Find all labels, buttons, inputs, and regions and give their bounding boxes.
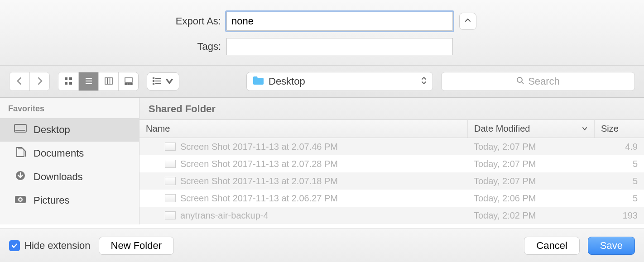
- svg-rect-7: [105, 78, 112, 84]
- svg-rect-19: [155, 83, 161, 84]
- svg-rect-16: [153, 80, 154, 82]
- view-icons-button[interactable]: [58, 72, 78, 91]
- nav-group: [9, 72, 50, 91]
- svg-rect-10: [125, 78, 132, 82]
- file-date: Today, 2:06 PM: [467, 193, 594, 204]
- collapse-button[interactable]: [459, 13, 476, 30]
- bottom-bar: Hide extension New Folder Cancel Save: [0, 229, 644, 262]
- svg-rect-0: [65, 77, 67, 80]
- sidebar-item-label: Desktop: [34, 124, 70, 136]
- search-icon: [516, 76, 524, 87]
- column-name[interactable]: Name: [139, 120, 467, 138]
- file-size: 5: [594, 159, 644, 169]
- sidebar-item-downloads[interactable]: Downloads: [0, 165, 139, 189]
- file-thumb-icon: [165, 143, 176, 151]
- file-thumb-icon: [165, 211, 176, 219]
- new-folder-button[interactable]: New Folder: [99, 237, 174, 255]
- chevron-up-icon: [464, 17, 471, 26]
- desktop-icon: [14, 123, 27, 137]
- downloads-icon: [14, 170, 27, 184]
- chevron-down-icon: [164, 76, 174, 87]
- file-name: Screen Shot 2017-11-13 at 2.07.18 PM: [180, 176, 338, 186]
- file-size: 5: [594, 193, 644, 204]
- search-placeholder: Search: [528, 76, 560, 87]
- svg-rect-23: [15, 130, 25, 131]
- documents-icon: [14, 147, 27, 160]
- folder-icon: [252, 76, 269, 87]
- location-label: Desktop: [269, 76, 305, 87]
- tags-input[interactable]: [226, 38, 453, 55]
- svg-rect-17: [155, 81, 161, 81]
- list-icon: [84, 76, 94, 87]
- file-thumb-icon: [165, 177, 176, 185]
- filename-input[interactable]: [226, 12, 453, 31]
- file-thumb-icon: [165, 160, 176, 168]
- location-dropdown[interactable]: Desktop: [246, 72, 433, 91]
- sidebar-item-label: Pictures: [34, 195, 69, 206]
- svg-rect-3: [69, 82, 72, 85]
- sidebar-item-desktop[interactable]: Desktop: [0, 118, 139, 142]
- sidebar-heading: Favorites: [0, 101, 139, 118]
- tags-label: Tags:: [0, 41, 226, 52]
- export-as-label: Export As:: [0, 15, 226, 27]
- file-thumb-icon: [165, 194, 176, 202]
- view-columns-button[interactable]: [98, 72, 118, 91]
- svg-point-20: [517, 77, 522, 82]
- arrange-icon: [152, 76, 162, 87]
- file-list: Screen Shot 2017-11-13 at 2.07.46 PM Tod…: [139, 138, 644, 224]
- view-list-button[interactable]: [78, 72, 98, 91]
- chevron-down-icon: [582, 124, 588, 134]
- svg-rect-12: [128, 83, 130, 85]
- view-gallery-button[interactable]: [118, 72, 138, 91]
- sidebar-item-label: Documents: [34, 148, 84, 159]
- sidebar-item-pictures[interactable]: Pictures: [0, 189, 139, 212]
- table-row[interactable]: Screen Shot 2017-11-13 at 2.06.27 PM Tod…: [139, 190, 644, 207]
- save-button[interactable]: Save: [588, 237, 635, 255]
- chevron-right-icon: [35, 76, 45, 87]
- table-row[interactable]: Screen Shot 2017-11-13 at 2.07.28 PM Tod…: [139, 155, 644, 172]
- svg-point-27: [19, 199, 22, 201]
- svg-rect-14: [153, 77, 154, 79]
- svg-rect-11: [125, 83, 127, 85]
- svg-rect-1: [69, 77, 72, 80]
- column-size[interactable]: Size: [594, 120, 644, 138]
- file-name: Screen Shot 2017-11-13 at 2.07.28 PM: [180, 159, 338, 169]
- export-header: Export As: Tags:: [0, 0, 644, 66]
- arrange-button[interactable]: [147, 72, 179, 91]
- file-panel: Shared Folder Name Date Modified Size Sc…: [139, 98, 644, 224]
- view-mode-group: [58, 72, 139, 91]
- sidebar-item-label: Downloads: [34, 171, 83, 183]
- pictures-icon: [14, 194, 27, 207]
- back-button[interactable]: [10, 72, 29, 91]
- forward-button[interactable]: [29, 72, 49, 91]
- file-size: 193: [594, 210, 644, 221]
- columns-icon: [104, 76, 114, 87]
- sidebar-item-documents[interactable]: Documents: [0, 142, 139, 165]
- file-name: Screen Shot 2017-11-13 at 2.06.27 PM: [180, 193, 338, 204]
- gallery-icon: [124, 76, 134, 87]
- file-date: Today, 2:07 PM: [467, 142, 594, 152]
- file-size: 5: [594, 176, 644, 186]
- svg-rect-2: [65, 82, 67, 85]
- checkbox-checked-icon: [9, 240, 20, 251]
- sidebar: Favorites Desktop Documents Downloads Pi…: [0, 98, 139, 224]
- svg-line-21: [522, 82, 524, 84]
- hide-extension-checkbox[interactable]: Hide extension: [9, 240, 91, 252]
- grid-icon: [63, 76, 73, 87]
- file-date: Today, 2:07 PM: [467, 176, 594, 186]
- table-row[interactable]: anytrans-air-backup-4 Today, 2:02 PM 193: [139, 207, 644, 224]
- table-row[interactable]: Screen Shot 2017-11-13 at 2.07.46 PM Tod…: [139, 138, 644, 155]
- file-name: anytrans-air-backup-4: [180, 210, 269, 221]
- panel-title: Shared Folder: [139, 98, 644, 120]
- column-header: Name Date Modified Size: [139, 120, 644, 138]
- file-date: Today, 2:02 PM: [467, 210, 594, 221]
- column-date[interactable]: Date Modified: [467, 120, 594, 138]
- chevron-left-icon: [14, 76, 24, 87]
- table-row[interactable]: Screen Shot 2017-11-13 at 2.07.18 PM Tod…: [139, 172, 644, 190]
- search-input[interactable]: Search: [441, 72, 635, 91]
- column-date-label: Date Modified: [474, 124, 530, 134]
- svg-rect-18: [153, 83, 154, 85]
- hide-extension-label: Hide extension: [24, 240, 91, 252]
- cancel-button[interactable]: Cancel: [524, 237, 579, 255]
- svg-rect-13: [130, 83, 132, 85]
